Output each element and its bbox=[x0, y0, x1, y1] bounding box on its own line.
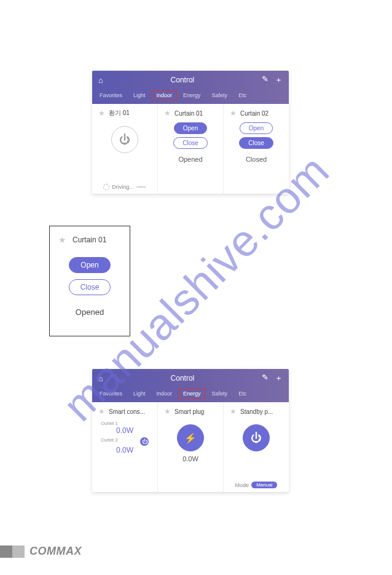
tab-bar: Favorites Light Indoor Energy Safety Etc bbox=[92, 385, 289, 402]
driving-status: Driving... bbox=[112, 184, 134, 190]
close-button[interactable]: Close bbox=[69, 279, 111, 295]
add-icon[interactable]: ＋ bbox=[275, 373, 283, 384]
tab-indoor[interactable]: Indoor bbox=[152, 90, 178, 100]
device-card-smart-plug[interactable]: ★ Smart plug ⚡ 0.0W bbox=[158, 402, 224, 492]
outlet-1-value: 0.0W bbox=[116, 426, 133, 435]
favorite-star-icon[interactable]: ★ bbox=[230, 407, 237, 416]
outlet-2-value: 0.0W bbox=[116, 446, 133, 454]
app-header: ⌂ Control ✎ ＋ Favorites Light Indoor Ene… bbox=[92, 369, 289, 402]
edit-icon[interactable]: ✎ bbox=[262, 373, 269, 384]
footer: COMMAX bbox=[0, 545, 82, 558]
open-button[interactable]: Open bbox=[174, 122, 207, 134]
curtain-status: Closed bbox=[246, 156, 267, 163]
power-button[interactable]: ⏻ bbox=[111, 126, 138, 153]
indoor-control-panel: ⌂ Control ✎ ＋ Favorites Light Indoor Ene… bbox=[92, 71, 289, 194]
open-button[interactable]: Open bbox=[240, 122, 273, 134]
device-card-ventilation[interactable]: ★ 환기 01 ⏻ Driving... bbox=[92, 104, 158, 194]
device-card-curtain-02[interactable]: ★ Curtain 02 Open Close Closed bbox=[224, 104, 289, 194]
tab-light[interactable]: Light bbox=[128, 389, 151, 399]
device-title: Curtain 02 bbox=[240, 110, 269, 117]
power-button[interactable]: ⏻ bbox=[243, 424, 270, 451]
tab-etc[interactable]: Etc bbox=[233, 389, 251, 399]
app-header: ⌂ Control ✎ ＋ Favorites Light Indoor Ene… bbox=[92, 71, 289, 104]
device-card-smart-consumption[interactable]: ★ Smart cons... Outlet 1 0.0W Outlet 2 ⏻… bbox=[92, 402, 158, 492]
curtain-status: Opened bbox=[76, 307, 104, 317]
driving-badge bbox=[136, 186, 146, 188]
close-button[interactable]: Close bbox=[173, 137, 208, 149]
energy-control-panel: ⌂ Control ✎ ＋ Favorites Light Indoor Ene… bbox=[92, 369, 289, 492]
close-button[interactable]: Close bbox=[239, 137, 273, 149]
plug-button[interactable]: ⚡ bbox=[177, 424, 204, 451]
edit-icon[interactable]: ✎ bbox=[262, 74, 269, 85]
plug-icon: ⚡ bbox=[184, 432, 197, 444]
tab-favorites[interactable]: Favorites bbox=[95, 90, 127, 100]
tab-energy[interactable]: Energy bbox=[178, 389, 206, 399]
tab-etc[interactable]: Etc bbox=[233, 90, 251, 100]
favorite-star-icon[interactable]: ★ bbox=[98, 407, 105, 416]
home-icon[interactable]: ⌂ bbox=[98, 374, 103, 383]
favorite-star-icon[interactable]: ★ bbox=[164, 407, 171, 416]
tab-indoor[interactable]: Indoor bbox=[152, 389, 178, 399]
home-icon[interactable]: ⌂ bbox=[98, 76, 103, 85]
device-card-standby-power[interactable]: ★ Standby p... ⏻ Mode Manual bbox=[224, 402, 289, 492]
device-title: 환기 01 bbox=[109, 109, 130, 117]
device-card-curtain-01[interactable]: ★ Curtain 01 Open Close Opened bbox=[158, 104, 224, 194]
footer-decoration bbox=[0, 545, 25, 558]
device-title: Smart plug bbox=[174, 408, 204, 415]
tab-safety[interactable]: Safety bbox=[207, 90, 233, 100]
tab-light[interactable]: Light bbox=[128, 90, 151, 100]
device-title: Standby p... bbox=[240, 408, 273, 415]
favorite-star-icon[interactable]: ★ bbox=[230, 109, 237, 117]
device-title: Curtain 01 bbox=[73, 236, 106, 244]
refresh-icon[interactable] bbox=[103, 184, 109, 190]
favorite-star-icon[interactable]: ★ bbox=[164, 109, 171, 117]
plug-value: 0.0W bbox=[182, 455, 198, 462]
favorite-star-icon[interactable]: ★ bbox=[98, 109, 105, 117]
brand-logo: COMMAX bbox=[29, 545, 82, 558]
tab-favorites[interactable]: Favorites bbox=[95, 389, 127, 399]
mode-label: Mode bbox=[235, 482, 249, 488]
tab-energy[interactable]: Energy bbox=[178, 90, 206, 100]
outlet-2-label: Outlet 2 bbox=[101, 437, 118, 443]
outlet-1-label: Outlet 1 bbox=[95, 421, 118, 426]
outlet-power-icon[interactable]: ⏻ bbox=[140, 437, 149, 446]
device-title: Smart cons... bbox=[109, 408, 145, 415]
tab-bar: Favorites Light Indoor Energy Safety Etc bbox=[92, 87, 289, 104]
page-title: Control bbox=[171, 374, 195, 383]
tab-safety[interactable]: Safety bbox=[207, 389, 233, 399]
mode-badge[interactable]: Manual bbox=[251, 482, 277, 488]
favorite-star-icon[interactable]: ★ bbox=[58, 235, 66, 245]
curtain-status: Opened bbox=[178, 156, 202, 163]
device-title: Curtain 01 bbox=[174, 110, 203, 117]
curtain-detail-panel: ★ Curtain 01 Open Close Opened bbox=[49, 226, 130, 336]
page-title: Control bbox=[171, 76, 195, 84]
add-icon[interactable]: ＋ bbox=[275, 74, 283, 85]
open-button[interactable]: Open bbox=[69, 257, 110, 273]
